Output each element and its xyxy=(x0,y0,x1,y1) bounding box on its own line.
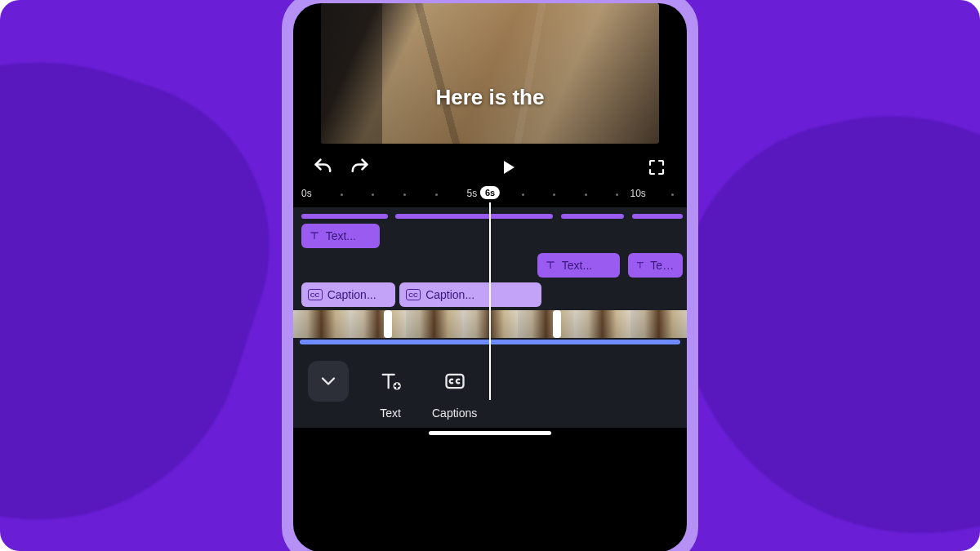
undo-button[interactable] xyxy=(311,155,336,180)
timeline-ruler[interactable]: 0s 5s 10s 6s xyxy=(293,184,687,207)
video-thumbnail xyxy=(518,310,574,338)
text-clip[interactable]: Text... xyxy=(537,253,620,278)
text-icon xyxy=(544,259,557,272)
captions-icon xyxy=(443,370,466,393)
cc-icon: CC xyxy=(406,289,421,300)
app-screen: Here is the xyxy=(293,3,687,551)
video-thumbnail xyxy=(574,310,630,338)
video-thumbnail xyxy=(406,310,462,338)
clip-trim-handle-left[interactable] xyxy=(384,310,392,338)
video-thumbnail xyxy=(293,310,350,338)
device-frame: Here is the xyxy=(282,0,698,551)
preview-caption-overlay: Here is the xyxy=(321,85,659,110)
clip-label: Text... xyxy=(326,229,356,242)
background-shape xyxy=(0,0,313,551)
play-button[interactable] xyxy=(496,155,520,180)
text-clip[interactable]: Text... xyxy=(628,253,683,278)
text-clip[interactable]: Text... xyxy=(301,224,380,248)
text-icon xyxy=(635,259,646,272)
text-add-icon xyxy=(379,370,402,393)
ruler-label: 5s xyxy=(466,188,477,199)
clip-trim-handle-right[interactable] xyxy=(553,310,561,338)
redo-button[interactable] xyxy=(347,155,372,180)
tool-label: Captions xyxy=(432,407,477,420)
video-thumbnail xyxy=(350,310,406,338)
text-icon xyxy=(308,229,321,242)
ruler-label: 10s xyxy=(630,188,646,199)
video-preview[interactable]: Here is the xyxy=(321,3,659,144)
transport-controls xyxy=(293,147,687,184)
fullscreen-button[interactable] xyxy=(644,155,669,180)
playhead-time-badge[interactable]: 6s xyxy=(480,186,500,199)
clip-label: Caption... xyxy=(425,288,474,301)
playhead[interactable] xyxy=(489,202,491,400)
clip-label: Caption... xyxy=(327,288,376,301)
chevron-down-icon xyxy=(317,370,340,393)
video-thumbnail xyxy=(630,310,687,338)
add-captions-button[interactable]: Captions xyxy=(432,361,477,420)
clip-label: Text... xyxy=(562,259,592,272)
caption-clip[interactable]: CC Caption... xyxy=(399,282,541,307)
preview-area: Here is the xyxy=(293,3,687,147)
caption-clip[interactable]: CC Caption... xyxy=(301,282,396,307)
tool-label: Text xyxy=(380,407,401,420)
home-indicator[interactable] xyxy=(429,431,551,435)
cc-icon: CC xyxy=(308,289,323,300)
clip-label: Text... xyxy=(650,259,676,272)
collapse-toolbar-button[interactable] xyxy=(308,361,349,402)
ruler-label: 0s xyxy=(301,188,312,199)
add-text-button[interactable]: Text xyxy=(370,361,411,420)
